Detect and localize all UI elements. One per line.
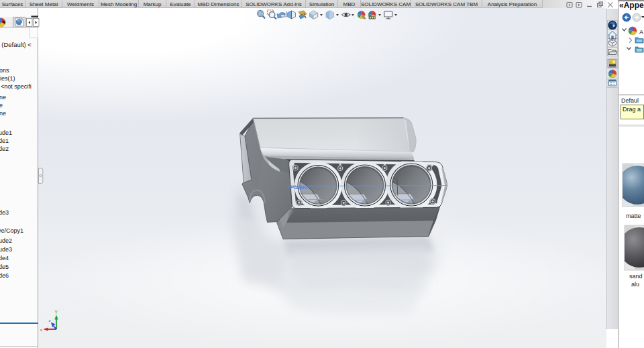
svg-text:Plane1: Plane1	[290, 184, 309, 190]
svg-text:z: z	[49, 318, 51, 323]
svg-text:Y: Y	[55, 310, 58, 314]
svg-text:x: x	[40, 328, 42, 332]
svg-text:A: A	[639, 29, 643, 36]
